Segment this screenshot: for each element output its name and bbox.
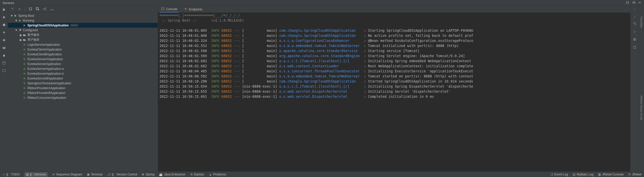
node-icon	[22, 58, 26, 61]
svg-point-31	[52, 9, 52, 10]
tree-running-app[interactable]: SpringCloudOSSApplication:8888/	[8, 23, 158, 28]
services-tree[interactable]: ▼Spring Boot▼RunningSpringCloudOSSApplic…	[8, 13, 158, 171]
bottom-tab[interactable]: ✓ 6: TODO	[3, 173, 20, 176]
node-label: SpringbootTeststarterApplication	[27, 82, 71, 85]
bottom-tab[interactable]: ▲ Problems	[209, 173, 226, 176]
collapse-all-icon[interactable]	[18, 7, 21, 11]
bottom-tab[interactable]: ≋ Sequence Diagram	[52, 173, 82, 176]
tree-folder[interactable]: ▶图书服务	[8, 33, 158, 37]
panel-title: Services	[3, 1, 14, 5]
help-icon[interactable]	[626, 1, 629, 5]
tree-config-item[interactable]: EurekaClientBApplication	[8, 52, 158, 57]
console-output[interactable]: =========|_|==============|___/=/_/_/_/ …	[158, 13, 630, 171]
tab-icon: ≋	[52, 173, 55, 176]
svg-rect-17	[3, 70, 5, 72]
tree-config-item[interactable]: LoginServiceApplication	[8, 42, 158, 47]
node-icon	[22, 87, 26, 90]
node-icon	[22, 48, 26, 51]
tree-configured[interactable]: ▼Configured	[8, 28, 158, 33]
svg-rect-53	[634, 46, 635, 49]
tree-config-item[interactable]: RibbonConsumerApplication	[8, 95, 158, 100]
svg-rect-18	[29, 8, 30, 9]
svg-point-26	[45, 8, 46, 9]
tree-config-item[interactable]: EurekaServerBApplication	[8, 76, 158, 81]
console-icon	[161, 7, 165, 11]
node-icon	[22, 96, 26, 99]
node-label: EurekaServerAApplication	[27, 57, 63, 61]
share-icon[interactable]	[43, 7, 46, 11]
add-icon[interactable]	[36, 7, 39, 11]
node-label: Spring Boot	[18, 14, 34, 18]
bottom-tab[interactable]: ☕ Java Enterprise	[159, 173, 185, 176]
node-icon	[22, 91, 26, 94]
print-icon[interactable]	[633, 38, 636, 42]
node-label: 用户服务	[27, 38, 40, 42]
tree-config-item[interactable]: SpringbootTeststarterApplication	[8, 81, 158, 86]
chevron-icon: ▼	[15, 19, 18, 22]
bottom-tab[interactable]: ▣ Terminal	[87, 173, 102, 176]
bottom-tab[interactable]: ⟳ JRebel	[628, 173, 641, 176]
bottom-tab[interactable]: ❀ Spring	[142, 173, 154, 176]
clear-icon[interactable]	[633, 45, 636, 50]
scroll-end-icon[interactable]	[633, 30, 636, 34]
node-icon	[22, 82, 26, 85]
tree-config-item[interactable]: EurekaClientAApplication	[8, 47, 158, 52]
tree-config-item[interactable]: EurekaServerApplication	[8, 61, 158, 66]
node-icon	[13, 14, 17, 17]
svg-point-40	[23, 63, 25, 65]
svg-point-2	[628, 2, 629, 3]
bolt-icon[interactable]	[2, 30, 6, 35]
tree-config-item[interactable]: RibbonProviderBApplication	[8, 90, 158, 95]
rerun-icon[interactable]	[2, 8, 6, 12]
tab-endpoints[interactable]: Endpoints	[183, 6, 203, 12]
tree-config-item[interactable]: EurekaServerApplication-a	[8, 66, 158, 71]
expand-all-icon[interactable]	[11, 7, 14, 11]
tree-toolbar	[8, 6, 158, 13]
node-label: SpringCloudOSSApplication	[27, 24, 69, 27]
gear-icon[interactable]	[632, 1, 635, 5]
bottom-tab[interactable]: ▦ 8: Services	[24, 172, 48, 177]
tree-root[interactable]: ▼Spring Boot	[8, 13, 158, 18]
tree-running[interactable]: ▼Running	[8, 18, 158, 23]
rail-jrebel-guide[interactable]: JRebel Setup Guide	[640, 95, 643, 120]
stop-icon[interactable]	[2, 23, 6, 27]
tree-folder[interactable]: ▶用户服务	[8, 37, 158, 42]
svg-marker-6	[3, 31, 5, 34]
tab-icon: ✓	[3, 173, 5, 176]
svg-point-42	[23, 73, 25, 75]
svg-rect-5	[3, 24, 5, 26]
svg-point-41	[23, 68, 25, 70]
group-icon[interactable]	[29, 7, 32, 11]
bottom-tab[interactable]: ❏ Event Log	[550, 173, 568, 176]
node-label: RibbonProviderAApplication	[27, 86, 65, 90]
bottom-tab[interactable]: ◔ Statistic	[190, 173, 204, 176]
debug-icon[interactable]	[2, 38, 6, 42]
layout-icon[interactable]	[2, 61, 6, 65]
up-arrow-icon[interactable]: ↑	[634, 8, 635, 11]
soft-wrap-icon[interactable]	[633, 22, 636, 26]
node-label: Configured	[23, 28, 38, 32]
tree-config-item[interactable]: EurekaServerApplication-b	[8, 71, 158, 76]
camera-icon[interactable]	[2, 46, 6, 50]
node-suffix: :8888/	[70, 24, 78, 27]
bottom-tab[interactable]: ▤ MyBatis Log	[573, 173, 593, 176]
rail-translate[interactable]: Translate	[640, 16, 643, 28]
tab-icon: ▦	[26, 173, 29, 176]
minimize-icon[interactable]	[638, 1, 641, 5]
svg-rect-20	[29, 9, 30, 10]
run-icon[interactable]	[2, 15, 6, 19]
tree-config-item[interactable]: EurekaServerAApplication	[8, 57, 158, 61]
bottom-tab[interactable]: ▦ JRebel Console	[598, 173, 624, 176]
node-icon	[22, 77, 26, 80]
node-icon	[22, 24, 26, 27]
tree-config-item[interactable]: RibbonProviderAApplication	[8, 86, 158, 90]
node-icon	[22, 62, 26, 66]
tab-console[interactable]: Console	[160, 6, 178, 12]
filter-icon[interactable]	[2, 69, 6, 73]
console-gutter: ↑ ↓	[630, 6, 638, 171]
bug-icon[interactable]	[2, 53, 6, 57]
down-arrow-icon[interactable]: ↓	[634, 15, 635, 18]
more-icon[interactable]	[50, 7, 54, 11]
bottom-tab[interactable]: ⎇ 9: Version Control	[107, 173, 137, 176]
svg-rect-51	[634, 38, 635, 39]
